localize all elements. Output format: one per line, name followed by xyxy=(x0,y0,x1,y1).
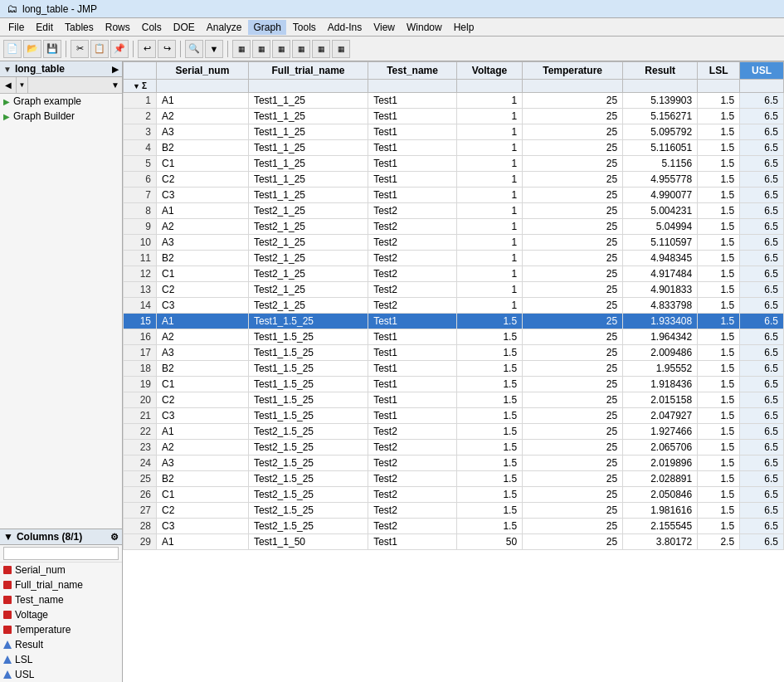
table-row[interactable]: 17A3Test1_1.5_25Test11.5252.0094861.56.5 xyxy=(124,345,784,361)
filter-row-num: ▼ Σ xyxy=(124,80,157,93)
tree-item-graph-builder[interactable]: ▶ Graph Builder xyxy=(0,109,122,124)
table-row[interactable]: 7C3Test1_1_25Test11254.9900771.56.5 xyxy=(124,188,784,203)
col-header-test[interactable]: Test_name xyxy=(368,62,457,80)
table-row[interactable]: 14C3Test2_1_25Test21254.8337981.56.5 xyxy=(124,298,784,314)
toolbar-btn-search2[interactable]: ▼ xyxy=(205,40,223,58)
toolbar-btn-paste[interactable]: 📌 xyxy=(110,40,129,58)
panel-arrow-right[interactable]: ▶ xyxy=(112,65,119,74)
menu-item-window[interactable]: Window xyxy=(402,20,447,35)
table-row[interactable]: 21C3Test1_1.5_25Test11.5252.0479271.56.5 xyxy=(124,408,784,424)
col-item-0[interactable]: Serial_num xyxy=(0,563,122,577)
nav-filter-icon[interactable]: ▼ xyxy=(109,77,122,94)
table-row[interactable]: 3A3Test1_1_25Test11255.0957921.56.5 xyxy=(124,124,784,140)
toolbar-btn-undo[interactable]: ↩ xyxy=(138,40,156,58)
cols-collapse-icon[interactable]: ▼ xyxy=(3,531,13,543)
cell-result: 2.047927 xyxy=(623,408,698,424)
toolbar-btn-f[interactable]: ▦ xyxy=(332,40,350,58)
table-row[interactable]: 9A2Test2_1_25Test21255.049941.56.5 xyxy=(124,219,784,235)
cell-temp: 25 xyxy=(523,172,623,188)
toolbar-btn-d[interactable]: ▦ xyxy=(292,40,310,58)
cell-serial: A2 xyxy=(157,440,249,455)
table-row[interactable]: 29A1Test1_1_50Test150253.801722.56.5 xyxy=(124,534,784,550)
col-header-result[interactable]: Result xyxy=(623,62,698,80)
table-row[interactable]: 22A1Test2_1.5_25Test21.5251.9274661.56.5 xyxy=(124,424,784,440)
menu-item-tables[interactable]: Tables xyxy=(60,20,99,35)
table-row[interactable]: 4B2Test1_1_25Test11255.1160511.56.5 xyxy=(124,140,784,156)
toolbar-btn-e[interactable]: ▦ xyxy=(312,40,330,58)
col-header-serial[interactable]: Serial_num xyxy=(157,62,249,80)
table-row[interactable]: 1A1Test1_1_25Test11255.1399031.56.5 xyxy=(124,93,784,109)
menu-item-graph[interactable]: Graph xyxy=(248,20,285,35)
table-row[interactable]: 16A2Test1_1.5_25Test11.5251.9643421.56.5 xyxy=(124,329,784,345)
col-item-5[interactable]: Result xyxy=(0,637,122,652)
col-item-4[interactable]: Temperature xyxy=(0,622,122,637)
table-row[interactable]: 6C2Test1_1_25Test11254.9557781.56.5 xyxy=(124,172,784,188)
menu-item-file[interactable]: File xyxy=(3,20,29,35)
table-row[interactable]: 28C3Test2_1.5_25Test21.5252.1555451.56.5 xyxy=(124,519,784,534)
table-row[interactable]: 15A1Test1_1.5_25Test11.5251.9334081.56.5 xyxy=(124,314,784,329)
cell-serial: C3 xyxy=(157,188,249,203)
nav-back-button[interactable]: ◀ xyxy=(0,77,17,94)
table-row[interactable]: 25B2Test2_1.5_25Test21.5252.0288911.56.5 xyxy=(124,471,784,487)
table-row[interactable]: 24A3Test2_1.5_25Test21.5252.0198961.56.5 xyxy=(124,455,784,471)
cell-result: 2.065706 xyxy=(623,440,698,455)
cell-test: Test2 xyxy=(368,282,457,298)
col-item-7[interactable]: USL xyxy=(0,667,122,682)
cell-test: Test2 xyxy=(368,298,457,314)
table-area[interactable]: Serial_num Full_trial_name Test_name Vol… xyxy=(123,61,784,682)
toolbar-btn-redo[interactable]: ↪ xyxy=(158,40,176,58)
table-row[interactable]: 2A2Test1_1_25Test11255.1562711.56.5 xyxy=(124,109,784,124)
toolbar-btn-1[interactable]: 📄 xyxy=(3,40,22,58)
cell-full-trial: Test2_1_25 xyxy=(248,251,368,266)
menu-item-cols[interactable]: Cols xyxy=(137,20,167,35)
col-header-usl[interactable]: USL xyxy=(740,62,784,80)
table-row[interactable]: 19C1Test1_1.5_25Test11.5251.9184361.56.5 xyxy=(124,377,784,392)
cell-temp: 25 xyxy=(523,298,623,314)
menu-item-edit[interactable]: Edit xyxy=(31,20,58,35)
menu-item-doe[interactable]: DOE xyxy=(168,20,200,35)
table-row[interactable]: 20C2Test1_1.5_25Test11.5252.0151581.56.5 xyxy=(124,392,784,408)
col-header-voltage[interactable]: Voltage xyxy=(456,62,522,80)
table-row[interactable]: 11B2Test2_1_25Test21254.9483451.56.5 xyxy=(124,251,784,266)
table-row[interactable]: 26C1Test2_1.5_25Test21.5252.0508461.56.5 xyxy=(124,487,784,503)
table-row[interactable]: 12C1Test2_1_25Test21254.9174841.56.5 xyxy=(124,266,784,282)
cell-temp: 25 xyxy=(523,219,623,235)
table-row[interactable]: 23A2Test2_1.5_25Test21.5252.0657061.56.5 xyxy=(124,440,784,455)
toolbar-btn-2[interactable]: 📂 xyxy=(23,40,41,58)
toolbar-btn-copy[interactable]: 📋 xyxy=(90,40,109,58)
cell-full-trial: Test2_1_25 xyxy=(248,203,368,219)
table-row[interactable]: 27C2Test2_1.5_25Test21.5251.9816161.56.5 xyxy=(124,503,784,519)
table-row[interactable]: 8A1Test2_1_25Test21255.0042311.56.5 xyxy=(124,203,784,219)
cell-result: 5.1156 xyxy=(623,156,698,172)
table-row[interactable]: 10A3Test2_1_25Test21255.1105971.56.5 xyxy=(124,235,784,251)
toolbar-btn-3[interactable]: 💾 xyxy=(43,40,61,58)
col-item-6[interactable]: LSL xyxy=(0,652,122,667)
cell-voltage: 1.5 xyxy=(456,314,522,329)
menu-item-view[interactable]: View xyxy=(368,20,400,35)
menu-item-analyze[interactable]: Analyze xyxy=(202,20,247,35)
col-item-3[interactable]: Voltage xyxy=(0,607,122,622)
toolbar-btn-cut[interactable]: ✂ xyxy=(71,40,89,58)
panel-collapse-icon[interactable]: ▼ xyxy=(3,65,12,74)
tree-item-graph-example[interactable]: ▶ Graph example xyxy=(0,94,122,109)
filter-down-icon[interactable]: ▼ xyxy=(133,82,140,90)
menu-item-help[interactable]: Help xyxy=(449,20,480,35)
columns-gear-icon[interactable]: ⚙ xyxy=(110,532,119,543)
table-row[interactable]: 5C1Test1_1_25Test11255.11561.56.5 xyxy=(124,156,784,172)
col-item-2[interactable]: Test_name xyxy=(0,592,122,607)
menu-item-tools[interactable]: Tools xyxy=(288,20,321,35)
menu-item-rows[interactable]: Rows xyxy=(100,20,135,35)
toolbar-btn-search[interactable]: 🔍 xyxy=(185,40,203,58)
nav-dropdown-button[interactable]: ▼ xyxy=(17,77,28,94)
col-header-temp[interactable]: Temperature xyxy=(523,62,623,80)
col-item-1[interactable]: Full_trial_name xyxy=(0,577,122,592)
toolbar-btn-b[interactable]: ▦ xyxy=(252,40,270,58)
toolbar-btn-a[interactable]: ▦ xyxy=(232,40,251,58)
table-row[interactable]: 18B2Test1_1.5_25Test11.5251.955521.56.5 xyxy=(124,361,784,377)
column-search-input[interactable] xyxy=(3,547,119,560)
col-header-lsl[interactable]: LSL xyxy=(698,62,740,80)
col-header-full-trial[interactable]: Full_trial_name xyxy=(248,62,368,80)
menu-item-add-ins[interactable]: Add-Ins xyxy=(323,20,367,35)
toolbar-btn-c[interactable]: ▦ xyxy=(272,40,290,58)
table-row[interactable]: 13C2Test2_1_25Test21254.9018331.56.5 xyxy=(124,282,784,298)
